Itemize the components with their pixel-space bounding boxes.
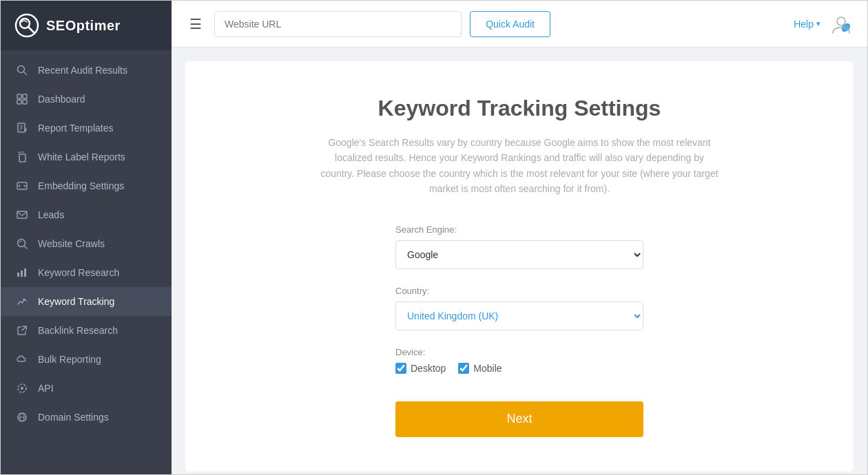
country-group: Country: United Kingdom (UK) United Stat… — [395, 286, 643, 330]
embed-icon — [16, 180, 28, 192]
api-icon — [16, 382, 28, 394]
sidebar-item-leads[interactable]: Leads — [1, 200, 172, 229]
sidebar-label-bulk-reporting: Bulk Reporting — [38, 354, 101, 365]
logo-icon — [14, 13, 39, 38]
sidebar-item-report-templates[interactable]: Report Templates — [1, 114, 172, 142]
sidebar-item-api[interactable]: API — [1, 374, 172, 403]
sidebar-item-embedding[interactable]: Embedding Settings — [1, 171, 172, 200]
svg-point-28 — [837, 17, 845, 25]
svg-point-21 — [23, 299, 25, 301]
svg-line-2 — [28, 27, 34, 32]
svg-line-22 — [22, 326, 26, 330]
country-label: Country: — [395, 286, 643, 296]
sidebar-item-dashboard[interactable]: Dashboard — [1, 85, 172, 114]
svg-point-0 — [16, 14, 38, 36]
hamburger-button[interactable]: ☰ — [185, 12, 206, 36]
sidebar-label-keyword-research: Keyword Research — [38, 267, 119, 278]
quick-audit-button[interactable]: Quick Audit — [470, 11, 550, 37]
crawl-icon — [16, 237, 28, 250]
form-section: Search Engine: Google Bing Yahoo Country… — [395, 224, 643, 437]
svg-rect-20 — [24, 268, 26, 277]
file-edit-icon — [16, 122, 28, 134]
svg-line-4 — [24, 72, 27, 75]
sidebar-label-report-templates: Report Templates — [38, 123, 113, 134]
sidebar-label-domain-settings: Domain Settings — [38, 412, 109, 423]
tracking-icon — [16, 295, 28, 308]
svg-rect-7 — [17, 100, 21, 104]
sidebar-item-keyword-research[interactable]: Keyword Research — [1, 258, 172, 287]
search-engine-group: Search Engine: Google Bing Yahoo — [395, 224, 643, 269]
mobile-check-label[interactable]: Mobile — [458, 363, 502, 374]
bar-chart-icon — [16, 266, 28, 279]
device-group: Device: Desktop Mobile — [395, 347, 643, 374]
sidebar-item-white-label[interactable]: White Label Reports — [1, 142, 172, 171]
sidebar-label-leads: Leads — [38, 209, 64, 220]
search-engine-label: Search Engine: — [395, 224, 643, 235]
external-icon — [16, 324, 28, 337]
sidebar-label-website-crawls: Website Crawls — [38, 238, 105, 249]
sidebar-label-embedding: Embedding Settings — [38, 180, 124, 191]
header: ☰ Quick Audit Help ▾ — [172, 1, 867, 48]
sidebar-item-domain-settings[interactable]: Domain Settings — [1, 403, 172, 432]
svg-rect-19 — [21, 271, 23, 277]
globe-icon — [16, 411, 28, 423]
sidebar-label-keyword-tracking: Keyword Tracking — [38, 296, 114, 307]
sidebar-label-recent-audit: Recent Audit Results — [38, 65, 127, 76]
sidebar-nav: Recent Audit Results Dashboard Report Te… — [1, 50, 172, 437]
sidebar-label-api: API — [38, 383, 54, 394]
url-input[interactable] — [214, 11, 462, 37]
device-label: Device: — [395, 347, 643, 357]
sidebar-item-recent-audit[interactable]: Recent Audit Results — [1, 56, 172, 85]
sidebar: SEOptimer Recent Audit Results Dashboard… — [1, 1, 172, 474]
sidebar-item-keyword-tracking[interactable]: Keyword Tracking — [1, 287, 172, 316]
sidebar-item-website-crawls[interactable]: Website Crawls — [1, 229, 172, 258]
content-area: Keyword Tracking Settings Google's Searc… — [172, 48, 867, 474]
device-checkboxes: Desktop Mobile — [395, 363, 643, 374]
mobile-label: Mobile — [473, 363, 502, 374]
logo-text: SEOptimer — [46, 18, 121, 34]
svg-rect-6 — [23, 94, 27, 98]
desktop-checkbox[interactable] — [395, 363, 406, 374]
svg-rect-13 — [19, 154, 25, 162]
desktop-label: Desktop — [411, 363, 446, 374]
search-engine-select[interactable]: Google Bing Yahoo — [395, 240, 643, 269]
mobile-checkbox[interactable] — [458, 363, 469, 374]
svg-line-17 — [24, 246, 27, 249]
svg-rect-8 — [23, 100, 27, 104]
settings-card: Keyword Tracking Settings Google's Searc… — [185, 61, 854, 472]
svg-rect-5 — [17, 94, 21, 98]
sidebar-item-bulk-reporting[interactable]: Bulk Reporting — [1, 345, 172, 374]
sidebar-label-white-label: White Label Reports — [38, 151, 125, 162]
avatar[interactable] — [829, 12, 854, 36]
sidebar-label-dashboard: Dashboard — [38, 94, 85, 105]
country-select[interactable]: United Kingdom (UK) United States (US) A… — [395, 302, 643, 330]
sidebar-item-backlink-research[interactable]: Backlink Research — [1, 316, 172, 345]
mail-icon — [16, 209, 28, 221]
copy-icon — [16, 151, 28, 163]
desktop-check-label[interactable]: Desktop — [395, 363, 446, 374]
chevron-down-icon: ▾ — [816, 19, 820, 28]
search-icon — [16, 64, 28, 76]
grid-icon — [16, 93, 28, 105]
next-button[interactable]: Next — [395, 401, 643, 437]
help-button[interactable]: Help ▾ — [794, 19, 820, 30]
sidebar-label-backlink-research: Backlink Research — [38, 325, 118, 336]
page-title: Keyword Tracking Settings — [213, 96, 826, 121]
svg-rect-18 — [17, 273, 19, 277]
logo[interactable]: SEOptimer — [1, 1, 172, 50]
svg-point-24 — [21, 387, 23, 390]
svg-rect-15 — [17, 211, 27, 218]
cloud-icon — [16, 353, 28, 366]
page-description: Google's Search Results vary by country … — [320, 135, 719, 197]
main-area: ☰ Quick Audit Help ▾ Keyword Tracking Se… — [172, 1, 867, 474]
